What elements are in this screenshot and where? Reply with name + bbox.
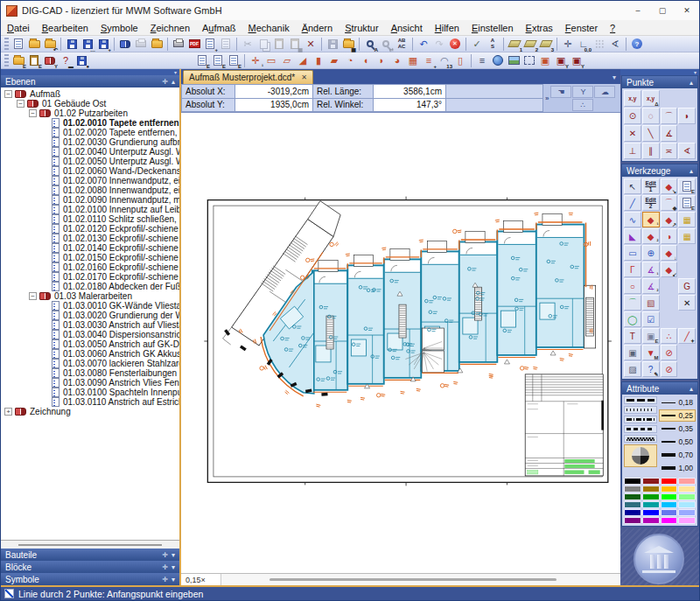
undo-button[interactable]: ↶	[416, 37, 431, 52]
position-balloon-button[interactable]: ◠13	[437, 53, 452, 68]
tree-item[interactable]: −01.02 Putzarbeiten	[1, 108, 179, 118]
edit-1-button[interactable]: Edit1	[642, 178, 660, 194]
document-tab[interactable]: Aufmaß Musterprojekt.dcd* ✕	[183, 70, 313, 84]
color-swatch[interactable]	[661, 501, 678, 508]
paste-contents-button[interactable]: ▦	[287, 37, 303, 52]
block-y1-button[interactable]: ▣Y	[553, 53, 569, 68]
circle-tool-button[interactable]: ○	[624, 278, 641, 294]
tree-item[interactable]: 01.03.0110 Anstrich auf Estrichböden	[1, 397, 179, 407]
protractor-2-button[interactable]: ∡²	[642, 278, 660, 294]
line-style-wave[interactable]	[624, 435, 657, 443]
paste-e-button[interactable]: E	[26, 53, 42, 68]
tree-item[interactable]: 01.03.0040 Dispersionsanstrich Bäder	[1, 330, 179, 339]
menu-?[interactable]: ?	[604, 20, 621, 36]
color-swatch[interactable]	[642, 478, 660, 485]
color-swatch[interactable]	[661, 493, 678, 500]
color-swatch[interactable]	[678, 486, 696, 493]
print-button[interactable]	[171, 37, 186, 52]
semicircle-area-button[interactable]: ◖	[358, 53, 374, 68]
angle-line-tool-button[interactable]: ◣	[624, 228, 641, 244]
color-swatch[interactable]	[624, 501, 641, 508]
line-weight-option[interactable]: 0,35	[659, 423, 696, 435]
horizontal-scrollbar[interactable]	[221, 574, 620, 585]
menu-einstellen[interactable]: Einstellen	[466, 20, 520, 36]
pan-hand-icon[interactable]: ☚	[550, 86, 571, 98]
line-tool-button[interactable]: ╱	[624, 195, 641, 211]
aufmass-book-button[interactable]: Y	[42, 53, 58, 68]
color-swatch[interactable]	[678, 517, 696, 524]
wall-area-button[interactable]: ▱	[279, 53, 295, 68]
pin-icon[interactable]: ✛	[162, 551, 168, 559]
copy-to-e-button[interactable]: E	[678, 178, 696, 194]
ellipse-tool-button[interactable]: ◯	[624, 311, 641, 327]
hide-elements-1-button[interactable]: ⊘	[661, 345, 678, 360]
menu-hilfen[interactable]: Hilfen	[429, 20, 466, 36]
tree-item[interactable]: 01.03.0060 Anstrich GK Akkustikdecken	[1, 349, 179, 359]
match-properties-button[interactable]: ╱✦	[678, 328, 696, 344]
collapse-icon[interactable]: ▴	[690, 167, 693, 175]
cloud-icon[interactable]: ☁	[594, 86, 615, 98]
copy-element-button[interactable]: ▦	[678, 212, 696, 227]
scrollbar-thumb[interactable]	[270, 578, 556, 581]
arc-edit-button[interactable]: ⌒◆	[661, 195, 678, 211]
color-swatch[interactable]	[624, 509, 641, 516]
open-project-e-button[interactable]: E	[10, 53, 26, 68]
drawing-canvas[interactable]	[181, 113, 620, 573]
collapse-icon[interactable]: ▴	[690, 79, 693, 87]
paste-button[interactable]	[271, 37, 287, 52]
tree-item[interactable]: 01.02.0170 Eckprofil/-schiene Kunstst.	[1, 272, 179, 282]
page-preview-button[interactable]	[133, 37, 149, 52]
color-swatch[interactable]	[678, 493, 696, 500]
abort-button[interactable]: ✕	[447, 37, 463, 52]
tree-item[interactable]: 01.02.0020 Tapete entfernen, mehrlagig	[1, 128, 179, 137]
insert-folder-button[interactable]: ▦	[340, 37, 356, 52]
save-project-button[interactable]: ●	[74, 53, 89, 68]
tree-item[interactable]: 01.02.0050 Unterputz Ausgl. Wand, d=20-	[1, 157, 179, 166]
color-swatch[interactable]	[661, 509, 678, 516]
expand-node-icon[interactable]: +	[4, 408, 12, 416]
pin-icon[interactable]: ✛	[162, 576, 168, 584]
edit-box-button[interactable]: ▣E	[642, 328, 660, 344]
room-area-button[interactable]: ▮	[311, 53, 326, 68]
menu-zeichnen[interactable]: Zeichnen	[144, 20, 196, 36]
copy-to-e-2-button[interactable]: E	[678, 195, 696, 211]
tree-item[interactable]: 01.02.0070 Innenwandputz, einlagig, P	[1, 176, 179, 185]
tree-item[interactable]: 01.02.0130 Eckprofil/-schiene Stahl	[1, 234, 179, 243]
menu-struktur[interactable]: Struktur	[339, 20, 385, 36]
stretch-point-2-button[interactable]: ◆↙	[661, 262, 678, 277]
menu-ansicht[interactable]: Ansicht	[385, 20, 429, 36]
tree-item[interactable]: 01.02.0120 Eckprofil/-schiene Stahl De	[1, 224, 179, 234]
block-y2-button[interactable]: ▣Y	[569, 53, 584, 68]
point-single-button[interactable]: ✛¹	[248, 53, 263, 68]
close-button[interactable]: ✕	[675, 1, 699, 20]
collapse-icon[interactable]: ▴	[690, 385, 693, 393]
line-weight-option[interactable]: 0,25	[659, 409, 696, 422]
export-image-button[interactable]: +	[202, 37, 218, 52]
menu-bearbeiten[interactable]: Bearbeiten	[36, 20, 94, 36]
tree-item[interactable]: +Zeichnung	[1, 407, 179, 416]
menu-symbole[interactable]: Symbole	[94, 20, 144, 36]
fill-style-selector[interactable]	[624, 444, 657, 467]
chevron-down-icon[interactable]: ▾	[172, 576, 175, 584]
circle-center-point-button[interactable]: ⊙	[624, 108, 641, 124]
parallel-offset-button[interactable]: ∥	[642, 143, 660, 159]
line-weight-option[interactable]: 0,70	[659, 449, 696, 461]
menu-fenster[interactable]: Fenster	[559, 20, 604, 36]
save-button[interactable]	[64, 37, 80, 52]
find-replace-button[interactable]: ⇄	[378, 37, 394, 52]
level-3-button[interactable]: 3	[538, 37, 554, 52]
find-button[interactable]: A	[362, 37, 378, 52]
chevron-down-icon[interactable]: ▾	[694, 69, 696, 75]
new-file-button[interactable]	[10, 37, 26, 52]
menu-mechanik[interactable]: Mechanik	[242, 20, 296, 36]
attribute-check-button[interactable]: ☑	[642, 311, 660, 327]
maximize-button[interactable]: ▢	[650, 1, 675, 20]
pin-icon[interactable]: ✛	[162, 78, 168, 86]
tree-item[interactable]: 01.02.0100 Innenputz auf Leibungen	[1, 205, 179, 214]
move-element-button[interactable]: ◆↗	[661, 212, 678, 227]
tree-item[interactable]: 01.02.0040 Unterputz Ausgl. Wand, d=15-	[1, 147, 179, 157]
origin-axis-button[interactable]: ∟0,0	[576, 37, 592, 52]
open-backup-button[interactable]: ↶	[42, 37, 58, 52]
tree-item[interactable]: −01 Gebäude Ost	[1, 99, 179, 108]
rename-texts-button[interactable]: ABAC	[394, 37, 410, 52]
